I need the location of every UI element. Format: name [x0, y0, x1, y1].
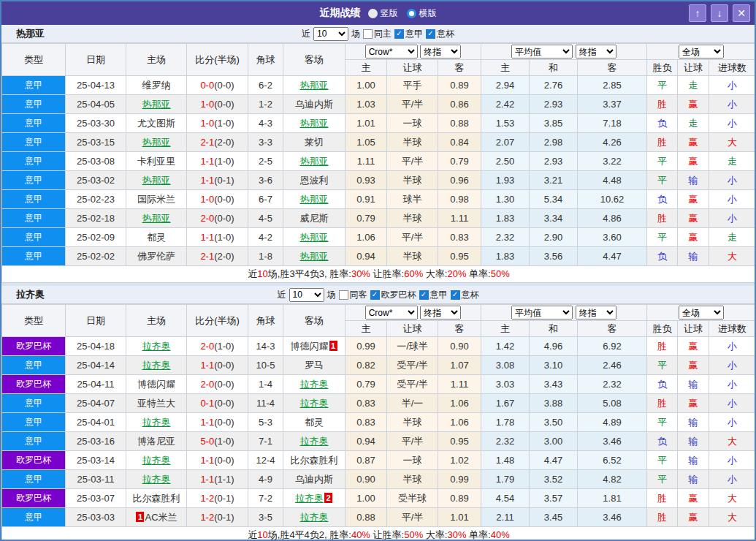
team-link[interactable]: 拉齐奥: [300, 398, 329, 409]
radio-label: 竖版: [381, 7, 398, 20]
avg-draw-cell: 3.21: [530, 171, 578, 190]
table-row: 意甲25-03-16博洛尼亚5-0(1-0)7-1拉齐奥0.94平/半0.952…: [2, 432, 756, 451]
avg-away-cell: 1.81: [578, 489, 647, 508]
handicap-result-cell: 赢: [678, 228, 709, 247]
checkbox-icon[interactable]: ✓: [394, 29, 404, 39]
team-link[interactable]: 热那亚: [300, 194, 329, 205]
date-cell: 25-03-15: [66, 133, 126, 152]
radio-icon[interactable]: [407, 9, 416, 18]
avg-draw-cell: 3.85: [530, 114, 578, 133]
result-scope-select[interactable]: 全场: [679, 306, 724, 319]
filter-bar: 近 10 场 同客✓欧罗巴杯✓意甲✓意杯: [278, 288, 479, 302]
odds-home-cell: 0.93: [345, 171, 387, 190]
summary-text: 40%: [351, 529, 370, 540]
goals-result-cell: 大: [709, 508, 756, 527]
team-link[interactable]: 拉齐奥: [300, 379, 329, 390]
odds-company-select[interactable]: Crow*: [365, 45, 418, 58]
team-link[interactable]: 热那亚: [300, 156, 329, 167]
team-link[interactable]: 热那亚: [300, 118, 329, 129]
avg-source-select[interactable]: 平均值: [511, 306, 573, 319]
odds-home-cell: 1.05: [345, 133, 387, 152]
home-team-cell: 博德闪耀: [126, 375, 187, 394]
date-cell: 25-04-18: [66, 337, 126, 356]
move-up-button[interactable]: ↑: [689, 4, 706, 22]
team-link[interactable]: 拉齐奥: [142, 474, 171, 485]
team-link[interactable]: 拉齐奥: [142, 455, 171, 466]
odds-away-cell: 0.89: [438, 76, 481, 95]
handicap-cell: 一球: [387, 451, 438, 470]
team-link[interactable]: 热那亚: [300, 251, 329, 262]
avg-home-cell: 2.94: [481, 76, 530, 95]
result-cell: 胜: [647, 95, 678, 114]
filter-checkbox-item[interactable]: ✓意杯: [426, 28, 454, 40]
half-score: (1-0): [214, 156, 234, 167]
score-cell: 2-0(0-0): [187, 375, 248, 394]
red-card-badge: 1: [136, 512, 144, 522]
recent-count-select[interactable]: 10: [289, 288, 324, 302]
team-text: 都灵: [305, 417, 324, 428]
team-text: 卡利亚里: [137, 156, 175, 167]
team-link[interactable]: 热那亚: [300, 232, 329, 243]
checkbox-icon[interactable]: ✓: [370, 290, 380, 300]
team-section-genoa: 热那亚 近 10 场 同主✓意甲✓意杯 类型 日期 主场 比分(半场): [1, 25, 755, 283]
games-label: 场: [351, 28, 360, 40]
checkbox-icon[interactable]: [363, 29, 373, 39]
odds-company-select[interactable]: Crow*: [365, 306, 418, 319]
handicap-result-cell: 赢: [678, 95, 709, 114]
team-link[interactable]: 拉齐奥: [142, 341, 171, 352]
close-button[interactable]: ✕: [733, 4, 750, 22]
odds-away-cell: 0.79: [438, 152, 481, 171]
radio-icon[interactable]: [368, 9, 378, 18]
col-away: 客场: [283, 44, 345, 76]
home-team-cell: 热那亚: [126, 133, 187, 152]
layout-radio-option[interactable]: 竖版: [368, 7, 398, 20]
team-link[interactable]: 拉齐奥: [142, 417, 171, 428]
filter-checkbox-item[interactable]: 同客: [339, 289, 367, 301]
odds-stage-select[interactable]: 终指: [420, 45, 461, 58]
team-link[interactable]: 热那亚: [300, 80, 329, 91]
date-cell: 25-03-11: [66, 470, 126, 489]
team-link[interactable]: 拉齐奥: [300, 512, 329, 523]
result-scope-select[interactable]: 全场: [679, 45, 724, 58]
odds-home-cell: 0.94: [345, 432, 387, 451]
date-cell: 25-04-14: [66, 356, 126, 375]
filter-checkbox-item[interactable]: ✓欧罗巴杯: [370, 289, 416, 301]
team-link[interactable]: 热那亚: [142, 213, 171, 224]
score-cell: 1-1(1-0): [187, 152, 248, 171]
corners-cell: 11-4: [248, 394, 283, 413]
avg-home-cell: 3.08: [481, 356, 530, 375]
score-cell: 0-0(0-0): [187, 76, 248, 95]
avg-stage-select[interactable]: 终指: [576, 306, 616, 319]
move-down-button[interactable]: ↓: [711, 4, 728, 22]
half-score: (0-0): [214, 417, 234, 428]
date-cell: 25-03-16: [66, 432, 126, 451]
goals-result-cell: 小: [709, 356, 756, 375]
avg-home-cell: 1.83: [481, 209, 530, 228]
team-link[interactable]: 拉齐奥: [295, 493, 324, 504]
avg-source-select[interactable]: 平均值: [511, 45, 573, 58]
team-link[interactable]: 热那亚: [142, 99, 171, 110]
filter-checkbox-item[interactable]: ✓意甲: [394, 28, 423, 40]
odds-away-cell: 1.02: [438, 451, 481, 470]
team-link[interactable]: 拉齐奥: [142, 360, 171, 371]
filter-checkbox-item[interactable]: ✓意杯: [451, 289, 479, 301]
checkbox-icon[interactable]: ✓: [426, 29, 435, 39]
avg-stage-select[interactable]: 终指: [576, 45, 616, 58]
team-link[interactable]: 拉齐奥: [300, 436, 329, 447]
filter-checkbox-item[interactable]: 同主: [363, 28, 392, 40]
corners-cell: 7-1: [248, 432, 283, 451]
home-team-cell: 拉齐奥: [126, 356, 187, 375]
half-score: (0-1): [214, 175, 234, 186]
layout-radio-selected[interactable]: 横版: [407, 7, 437, 20]
checkbox-icon[interactable]: ✓: [419, 290, 429, 300]
odds-stage-select[interactable]: 终指: [420, 306, 461, 319]
checkbox-icon[interactable]: [339, 290, 348, 300]
recent-count-select[interactable]: 10: [313, 27, 348, 41]
table-row: 欧罗巴杯25-04-11博德闪耀2-0(0-0)1-4拉齐奥0.79受平/半1.…: [2, 375, 756, 394]
final-score: 0-1: [200, 398, 214, 409]
checkbox-icon[interactable]: ✓: [451, 290, 460, 300]
team-link[interactable]: 热那亚: [142, 137, 171, 148]
filter-checkbox-item[interactable]: ✓意甲: [419, 289, 448, 301]
team-link[interactable]: 热那亚: [142, 175, 171, 186]
team-text: 佛罗伦萨: [137, 251, 175, 262]
